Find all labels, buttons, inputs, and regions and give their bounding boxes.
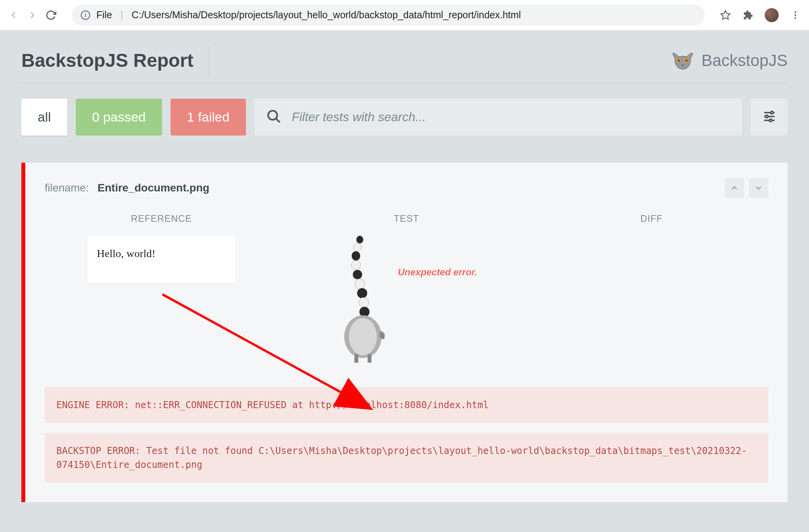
back-button[interactable]: [8, 9, 19, 21]
url-divider: |: [120, 9, 123, 21]
diff-header: DIFF: [535, 213, 768, 224]
reload-button[interactable]: [45, 9, 57, 21]
filter-bar: all 0 passed 1 failed: [21, 99, 788, 136]
filename-value: Entire_document.png: [98, 182, 209, 194]
svg-point-16: [356, 236, 363, 243]
svg-point-24: [359, 307, 370, 317]
prev-test-button[interactable]: [725, 178, 744, 198]
svg-point-19: [351, 261, 361, 270]
report-page: BackstopJS Report BackstopJS all 0 passe…: [0, 30, 809, 532]
card-nav-arrows: [725, 178, 768, 198]
svg-point-22: [357, 288, 367, 298]
lemur-error-icon: [336, 236, 390, 364]
engine-error-box: ENGINE ERROR: net::ERR_CONNECTION_REFUSE…: [45, 387, 768, 423]
page-title: BackstopJS Report: [21, 50, 194, 71]
chrome-actions: [720, 8, 801, 22]
filter-failed-button[interactable]: 1 failed: [171, 99, 246, 136]
avatar[interactable]: [765, 8, 779, 22]
comparison-columns: REFERENCE Hello, world! TEST: [45, 213, 768, 364]
lemur-head-icon: [671, 51, 694, 70]
svg-point-7: [686, 60, 687, 61]
bookmark-star-icon[interactable]: [720, 9, 731, 21]
search-container: [255, 99, 742, 136]
svg-point-1: [795, 11, 796, 13]
forward-button[interactable]: [26, 9, 38, 21]
filter-all-button[interactable]: all: [21, 99, 67, 136]
sliders-icon: [762, 109, 777, 125]
svg-point-17: [354, 243, 361, 252]
svg-line-9: [276, 118, 280, 122]
filter-passed-button[interactable]: 0 passed: [76, 99, 162, 136]
svg-point-6: [678, 60, 680, 61]
test-card: filename: Entire_document.png REFERENCE …: [21, 163, 788, 502]
info-icon: i: [81, 10, 90, 20]
svg-point-21: [355, 279, 365, 289]
diff-column: DIFF: [535, 213, 768, 364]
extensions-icon[interactable]: [742, 9, 754, 21]
search-icon: [266, 109, 282, 126]
search-input[interactable]: [292, 110, 731, 124]
svg-point-15: [769, 119, 772, 122]
svg-rect-27: [354, 354, 358, 363]
svg-point-26: [349, 318, 377, 355]
test-header: TEST: [290, 213, 523, 224]
svg-point-18: [352, 251, 360, 261]
svg-point-8: [268, 111, 277, 120]
test-column: TEST: [290, 213, 523, 364]
svg-marker-0: [721, 10, 730, 19]
filename-row: filename: Entire_document.png: [45, 178, 768, 198]
svg-point-23: [359, 297, 369, 308]
filename-label: filename:: [45, 182, 89, 194]
browser-toolbar: i File | C:/Users/Misha/Desktop/projects…: [0, 0, 809, 30]
url-path: C:/Users/Misha/Desktop/projects/layout_h…: [132, 9, 521, 21]
svg-point-3: [795, 17, 796, 19]
reference-column: REFERENCE Hello, world!: [45, 213, 278, 364]
svg-rect-28: [368, 354, 371, 363]
kebab-menu-icon[interactable]: [790, 9, 801, 21]
reference-image[interactable]: Hello, world!: [87, 236, 235, 283]
brand-text: BackstopJS: [701, 51, 788, 70]
address-bar[interactable]: i File | C:/Users/Misha/Desktop/projects…: [71, 5, 705, 26]
next-test-button[interactable]: [749, 178, 768, 198]
backstop-error-box: BACKSTOP ERROR: Test file not found C:\U…: [45, 433, 768, 483]
brand: BackstopJS: [671, 51, 788, 70]
svg-point-13: [771, 111, 773, 114]
url-scheme: File: [96, 9, 112, 21]
reference-header: REFERENCE: [45, 213, 278, 224]
settings-button[interactable]: [751, 99, 788, 136]
svg-point-14: [765, 115, 768, 118]
page-header: BackstopJS Report BackstopJS: [21, 50, 788, 83]
reference-content: Hello, world!: [97, 247, 155, 259]
test-error-text: Unexpected error.: [398, 267, 477, 278]
svg-point-2: [795, 14, 796, 16]
svg-point-20: [353, 270, 362, 279]
